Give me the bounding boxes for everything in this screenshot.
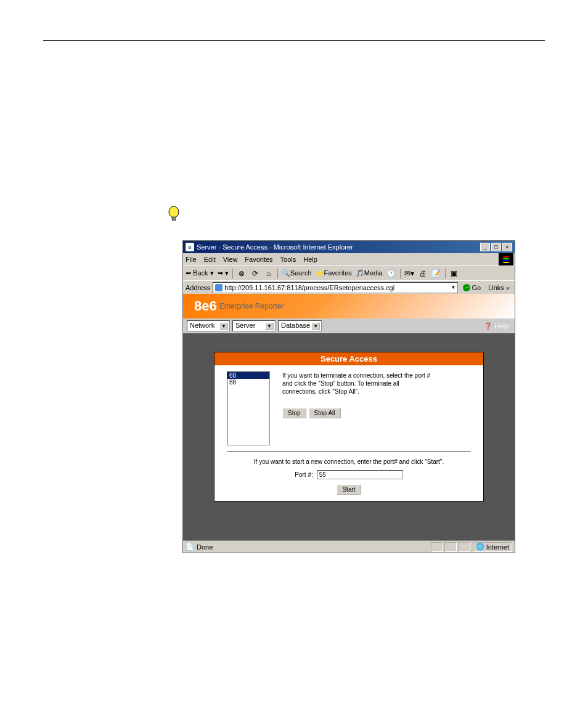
start-instruction: If you want to start a new connection, e… (227, 458, 471, 465)
refresh-icon[interactable]: ⟳ (250, 269, 260, 278)
stop-icon[interactable]: ⊗ (237, 269, 247, 278)
header-banner: 8e6 Enterprise Reporter (183, 294, 515, 318)
menu-bar: File Edit View Favorites Tools Help (183, 253, 515, 266)
nav-bar: Network Server Database ❓ Help (183, 318, 515, 333)
print-icon[interactable]: 🖨 (418, 269, 428, 278)
mail-icon[interactable]: ✉▾ (404, 269, 414, 278)
edit-icon[interactable]: 📝 (431, 269, 441, 278)
menu-tools[interactable]: Tools (280, 256, 296, 263)
media-button[interactable]: 🎵Media (356, 269, 383, 277)
done-icon: 📄 (186, 543, 194, 551)
address-bar: Address http://209.11.161.67:8118/proces… (183, 280, 515, 294)
history-icon[interactable]: 🕐 (386, 269, 396, 278)
port-label: Port #: (295, 471, 312, 478)
zone-indicator: 🌐 Internet (473, 542, 512, 552)
port-input[interactable] (317, 470, 403, 479)
links-button[interactable]: Links » (486, 284, 512, 291)
stop-all-button[interactable]: Stop All (309, 408, 341, 418)
start-button[interactable]: Start (337, 484, 361, 495)
svg-rect-1 (172, 217, 176, 221)
status-bar: 📄 Done 🌐 Internet (183, 540, 515, 553)
port-listbox[interactable]: 60 88 (227, 371, 270, 445)
home-icon[interactable]: ⌂ (264, 269, 274, 278)
panel-instructions: If you want to terminate a connection, s… (282, 371, 471, 418)
address-label: Address (186, 284, 210, 291)
network-dropdown[interactable]: Network (187, 320, 230, 331)
logo: 8e6 (194, 298, 217, 314)
database-dropdown[interactable]: Database (278, 320, 322, 331)
ie-flag-logo (499, 253, 513, 266)
menu-help[interactable]: Help (303, 256, 317, 263)
menu-edit[interactable]: Edit (204, 256, 216, 263)
svg-point-0 (169, 206, 179, 217)
ie-icon: e (186, 243, 194, 251)
close-button[interactable]: × (502, 243, 512, 251)
menu-file[interactable]: File (186, 256, 197, 263)
stop-button[interactable]: Stop (282, 408, 306, 418)
maximize-button[interactable]: □ (491, 243, 501, 251)
discuss-icon[interactable]: ▣ (449, 269, 459, 278)
page-divider (43, 40, 545, 41)
status-text: Done (197, 543, 213, 551)
toolbar: ⬅ Back ▾ ➡ ▾ ⊗ ⟳ ⌂ 🔍Search ⭐Favorites 🎵M… (183, 266, 515, 280)
help-link[interactable]: ❓ Help (484, 322, 508, 330)
title-bar: e Server - Secure Access - Microsoft Int… (183, 241, 515, 253)
browser-window: e Server - Secure Access - Microsoft Int… (182, 240, 515, 553)
menu-view[interactable]: View (223, 256, 238, 263)
address-input[interactable]: http://209.11.161.67:8118/process/ERseto… (213, 282, 458, 293)
server-dropdown[interactable]: Server (232, 320, 276, 331)
content-area: 8e6 Enterprise Reporter Network Server D… (183, 294, 515, 540)
favorites-button[interactable]: ⭐Favorites (316, 269, 352, 277)
back-button[interactable]: ⬅ Back ▾ (186, 269, 214, 277)
logo-subtitle: Enterprise Reporter (219, 302, 284, 310)
minimize-button[interactable]: _ (480, 243, 490, 251)
list-item[interactable]: 88 (227, 379, 269, 386)
window-title: Server - Secure Access - Microsoft Inter… (197, 243, 353, 251)
secure-access-panel: Secure Access 60 88 If you want to termi… (214, 352, 484, 501)
tip-lightbulb-icon (166, 206, 181, 223)
menu-favorites[interactable]: Favorites (245, 256, 272, 263)
forward-button[interactable]: ➡ ▾ (218, 269, 229, 277)
panel-title: Secure Access (214, 352, 483, 365)
internet-zone-icon: 🌐 (476, 543, 484, 551)
list-item[interactable]: 60 (227, 372, 269, 379)
go-button[interactable]: → Go (460, 284, 483, 291)
search-button[interactable]: 🔍Search (282, 269, 312, 277)
page-icon (215, 284, 223, 291)
address-url: http://209.11.161.67:8118/process/ERseto… (224, 284, 394, 291)
